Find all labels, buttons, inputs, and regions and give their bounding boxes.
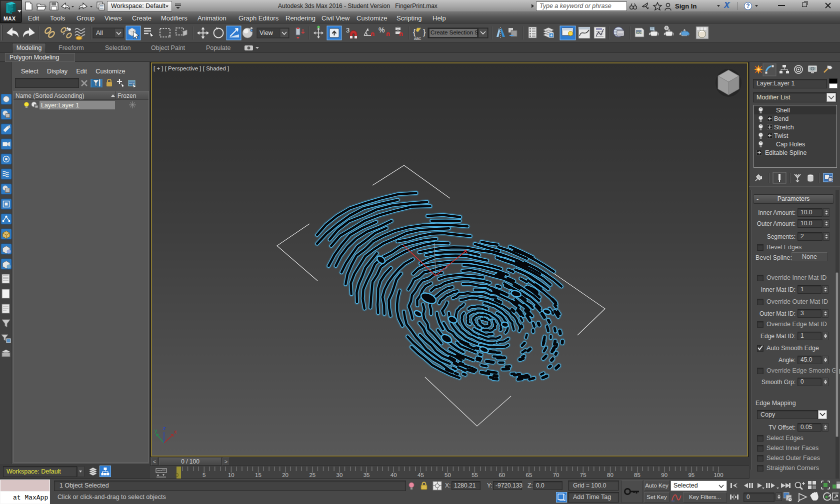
svg-text:All: All — [96, 29, 103, 36]
svg-text:{: { — [413, 28, 416, 36]
svg-text:y: y — [154, 428, 158, 434]
svg-text:Create Selection Se: Create Selection Se — [430, 29, 482, 35]
svg-text:%: % — [378, 26, 384, 34]
svg-text:10: 10 — [228, 472, 234, 478]
svg-text:5: 5 — [202, 472, 206, 478]
svg-text:45: 45 — [418, 472, 424, 478]
svg-text:40: 40 — [390, 472, 397, 478]
svg-text:50: 50 — [444, 472, 451, 478]
svg-text:60: 60 — [498, 472, 505, 478]
svg-text:35: 35 — [364, 472, 370, 478]
svg-text:75: 75 — [580, 472, 586, 478]
svg-text:View: View — [260, 29, 274, 36]
svg-text:z: z — [163, 425, 166, 431]
svg-text:95: 95 — [688, 472, 694, 478]
svg-text:30: 30 — [336, 472, 343, 478]
svg-text:20: 20 — [282, 472, 288, 478]
svg-text:85: 85 — [634, 472, 640, 478]
svg-text:90: 90 — [661, 472, 668, 478]
svg-text:100: 100 — [714, 472, 723, 478]
svg-text:3: 3 — [346, 26, 350, 34]
svg-text:65: 65 — [526, 472, 532, 478]
svg-text:55: 55 — [472, 472, 478, 478]
svg-text:80: 80 — [607, 472, 614, 478]
svg-text:}: } — [423, 28, 426, 36]
svg-text:0: 0 — [176, 472, 178, 478]
svg-text:x: x — [174, 429, 177, 435]
svg-text:70: 70 — [553, 472, 560, 478]
svg-text:15: 15 — [255, 472, 262, 478]
svg-text:25: 25 — [309, 472, 316, 478]
svg-text:ABC: ABC — [414, 37, 421, 40]
